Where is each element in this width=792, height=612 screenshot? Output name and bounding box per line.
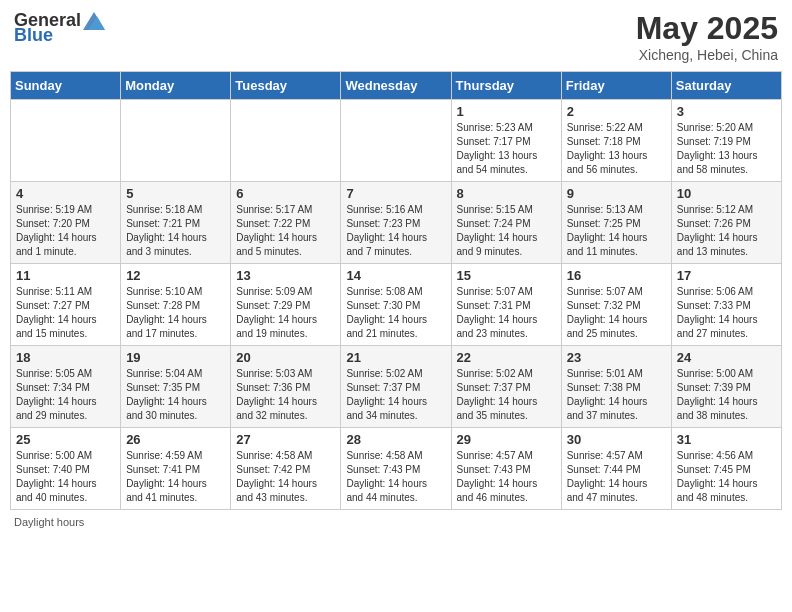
calendar-cell: 17Sunrise: 5:06 AM Sunset: 7:33 PM Dayli…	[671, 264, 781, 346]
day-number: 20	[236, 350, 335, 365]
calendar-cell: 18Sunrise: 5:05 AM Sunset: 7:34 PM Dayli…	[11, 346, 121, 428]
day-info: Sunrise: 5:00 AM Sunset: 7:39 PM Dayligh…	[677, 367, 776, 423]
calendar-cell: 13Sunrise: 5:09 AM Sunset: 7:29 PM Dayli…	[231, 264, 341, 346]
calendar-cell: 1Sunrise: 5:23 AM Sunset: 7:17 PM Daylig…	[451, 100, 561, 182]
day-info: Sunrise: 5:10 AM Sunset: 7:28 PM Dayligh…	[126, 285, 225, 341]
calendar-week-row: 11Sunrise: 5:11 AM Sunset: 7:27 PM Dayli…	[11, 264, 782, 346]
calendar-cell: 14Sunrise: 5:08 AM Sunset: 7:30 PM Dayli…	[341, 264, 451, 346]
day-number: 7	[346, 186, 445, 201]
calendar-cell: 7Sunrise: 5:16 AM Sunset: 7:23 PM Daylig…	[341, 182, 451, 264]
day-number: 8	[457, 186, 556, 201]
day-number: 23	[567, 350, 666, 365]
day-number: 1	[457, 104, 556, 119]
calendar-cell: 6Sunrise: 5:17 AM Sunset: 7:22 PM Daylig…	[231, 182, 341, 264]
footer-note: Daylight hours	[10, 516, 782, 528]
calendar-cell: 16Sunrise: 5:07 AM Sunset: 7:32 PM Dayli…	[561, 264, 671, 346]
logo-blue-text: Blue	[14, 25, 53, 46]
day-info: Sunrise: 5:00 AM Sunset: 7:40 PM Dayligh…	[16, 449, 115, 505]
calendar-cell: 19Sunrise: 5:04 AM Sunset: 7:35 PM Dayli…	[121, 346, 231, 428]
day-number: 22	[457, 350, 556, 365]
day-number: 28	[346, 432, 445, 447]
day-number: 18	[16, 350, 115, 365]
calendar-cell: 29Sunrise: 4:57 AM Sunset: 7:43 PM Dayli…	[451, 428, 561, 510]
day-number: 21	[346, 350, 445, 365]
calendar-cell: 4Sunrise: 5:19 AM Sunset: 7:20 PM Daylig…	[11, 182, 121, 264]
day-info: Sunrise: 5:20 AM Sunset: 7:19 PM Dayligh…	[677, 121, 776, 177]
calendar-cell: 20Sunrise: 5:03 AM Sunset: 7:36 PM Dayli…	[231, 346, 341, 428]
calendar-day-header: Monday	[121, 72, 231, 100]
day-info: Sunrise: 5:15 AM Sunset: 7:24 PM Dayligh…	[457, 203, 556, 259]
calendar-day-header: Wednesday	[341, 72, 451, 100]
day-info: Sunrise: 5:11 AM Sunset: 7:27 PM Dayligh…	[16, 285, 115, 341]
day-number: 10	[677, 186, 776, 201]
calendar: SundayMondayTuesdayWednesdayThursdayFrid…	[10, 71, 782, 510]
calendar-cell: 24Sunrise: 5:00 AM Sunset: 7:39 PM Dayli…	[671, 346, 781, 428]
day-info: Sunrise: 5:07 AM Sunset: 7:32 PM Dayligh…	[567, 285, 666, 341]
calendar-cell: 5Sunrise: 5:18 AM Sunset: 7:21 PM Daylig…	[121, 182, 231, 264]
calendar-day-header: Friday	[561, 72, 671, 100]
day-number: 3	[677, 104, 776, 119]
calendar-cell: 2Sunrise: 5:22 AM Sunset: 7:18 PM Daylig…	[561, 100, 671, 182]
day-number: 6	[236, 186, 335, 201]
day-number: 4	[16, 186, 115, 201]
calendar-cell: 15Sunrise: 5:07 AM Sunset: 7:31 PM Dayli…	[451, 264, 561, 346]
day-number: 14	[346, 268, 445, 283]
day-number: 19	[126, 350, 225, 365]
calendar-cell	[11, 100, 121, 182]
main-title: May 2025	[636, 10, 778, 47]
day-number: 17	[677, 268, 776, 283]
day-info: Sunrise: 5:23 AM Sunset: 7:17 PM Dayligh…	[457, 121, 556, 177]
calendar-cell	[341, 100, 451, 182]
calendar-cell: 9Sunrise: 5:13 AM Sunset: 7:25 PM Daylig…	[561, 182, 671, 264]
calendar-week-row: 18Sunrise: 5:05 AM Sunset: 7:34 PM Dayli…	[11, 346, 782, 428]
calendar-cell: 23Sunrise: 5:01 AM Sunset: 7:38 PM Dayli…	[561, 346, 671, 428]
logo-icon	[83, 12, 105, 30]
calendar-cell: 26Sunrise: 4:59 AM Sunset: 7:41 PM Dayli…	[121, 428, 231, 510]
day-number: 25	[16, 432, 115, 447]
calendar-cell: 12Sunrise: 5:10 AM Sunset: 7:28 PM Dayli…	[121, 264, 231, 346]
day-info: Sunrise: 4:56 AM Sunset: 7:45 PM Dayligh…	[677, 449, 776, 505]
day-info: Sunrise: 4:59 AM Sunset: 7:41 PM Dayligh…	[126, 449, 225, 505]
day-number: 31	[677, 432, 776, 447]
calendar-cell: 28Sunrise: 4:58 AM Sunset: 7:43 PM Dayli…	[341, 428, 451, 510]
day-info: Sunrise: 5:05 AM Sunset: 7:34 PM Dayligh…	[16, 367, 115, 423]
day-info: Sunrise: 4:58 AM Sunset: 7:43 PM Dayligh…	[346, 449, 445, 505]
calendar-week-row: 25Sunrise: 5:00 AM Sunset: 7:40 PM Dayli…	[11, 428, 782, 510]
calendar-day-header: Sunday	[11, 72, 121, 100]
subtitle: Xicheng, Hebei, China	[636, 47, 778, 63]
day-info: Sunrise: 5:08 AM Sunset: 7:30 PM Dayligh…	[346, 285, 445, 341]
calendar-day-header: Tuesday	[231, 72, 341, 100]
header: General Blue May 2025 Xicheng, Hebei, Ch…	[10, 10, 782, 63]
day-info: Sunrise: 4:57 AM Sunset: 7:43 PM Dayligh…	[457, 449, 556, 505]
day-number: 24	[677, 350, 776, 365]
calendar-cell: 27Sunrise: 4:58 AM Sunset: 7:42 PM Dayli…	[231, 428, 341, 510]
day-info: Sunrise: 5:13 AM Sunset: 7:25 PM Dayligh…	[567, 203, 666, 259]
day-number: 27	[236, 432, 335, 447]
calendar-cell: 25Sunrise: 5:00 AM Sunset: 7:40 PM Dayli…	[11, 428, 121, 510]
day-number: 11	[16, 268, 115, 283]
day-info: Sunrise: 5:07 AM Sunset: 7:31 PM Dayligh…	[457, 285, 556, 341]
calendar-day-header: Saturday	[671, 72, 781, 100]
day-info: Sunrise: 4:58 AM Sunset: 7:42 PM Dayligh…	[236, 449, 335, 505]
calendar-cell: 8Sunrise: 5:15 AM Sunset: 7:24 PM Daylig…	[451, 182, 561, 264]
day-number: 13	[236, 268, 335, 283]
calendar-week-row: 4Sunrise: 5:19 AM Sunset: 7:20 PM Daylig…	[11, 182, 782, 264]
day-number: 5	[126, 186, 225, 201]
day-number: 30	[567, 432, 666, 447]
day-number: 16	[567, 268, 666, 283]
day-info: Sunrise: 5:17 AM Sunset: 7:22 PM Dayligh…	[236, 203, 335, 259]
day-info: Sunrise: 5:12 AM Sunset: 7:26 PM Dayligh…	[677, 203, 776, 259]
day-info: Sunrise: 5:01 AM Sunset: 7:38 PM Dayligh…	[567, 367, 666, 423]
calendar-cell: 31Sunrise: 4:56 AM Sunset: 7:45 PM Dayli…	[671, 428, 781, 510]
day-info: Sunrise: 5:06 AM Sunset: 7:33 PM Dayligh…	[677, 285, 776, 341]
day-number: 15	[457, 268, 556, 283]
calendar-week-row: 1Sunrise: 5:23 AM Sunset: 7:17 PM Daylig…	[11, 100, 782, 182]
calendar-cell: 22Sunrise: 5:02 AM Sunset: 7:37 PM Dayli…	[451, 346, 561, 428]
day-info: Sunrise: 5:19 AM Sunset: 7:20 PM Dayligh…	[16, 203, 115, 259]
title-block: May 2025 Xicheng, Hebei, China	[636, 10, 778, 63]
day-number: 26	[126, 432, 225, 447]
day-info: Sunrise: 4:57 AM Sunset: 7:44 PM Dayligh…	[567, 449, 666, 505]
logo: General Blue	[14, 10, 105, 46]
day-number: 29	[457, 432, 556, 447]
day-info: Sunrise: 5:02 AM Sunset: 7:37 PM Dayligh…	[457, 367, 556, 423]
